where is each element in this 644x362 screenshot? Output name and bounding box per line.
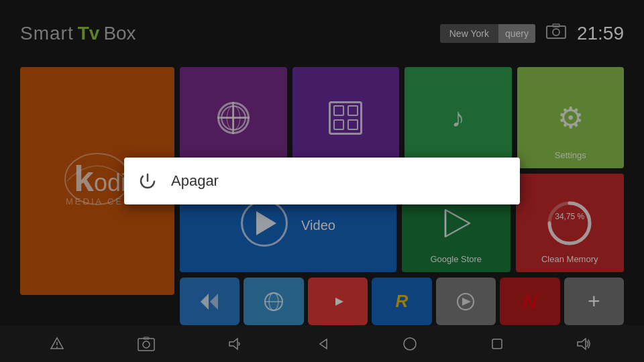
modal-overlay[interactable]: Apagar bbox=[0, 0, 644, 362]
modal-apagar-text: Apagar bbox=[171, 172, 219, 190]
power-icon bbox=[124, 158, 171, 204]
modal-dialog: Apagar bbox=[124, 158, 520, 204]
